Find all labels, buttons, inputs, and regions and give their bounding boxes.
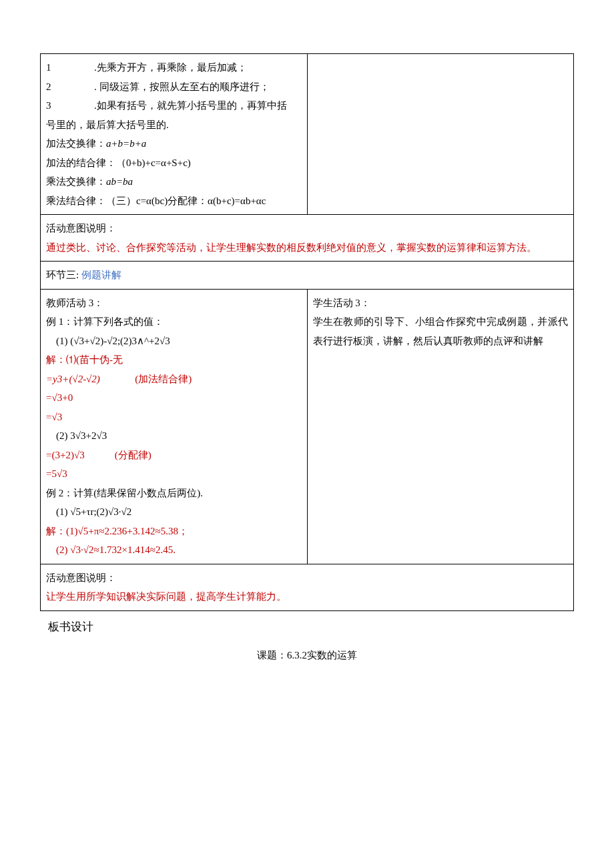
solution-line: 解：(1)√5+π≈2.236+3.142≈5.38； bbox=[46, 522, 302, 541]
stage-3-header: 环节三: 例题讲解 bbox=[41, 262, 574, 290]
lesson-table: 1 .先乘方开方，再乘除，最后加减； 2 . 同级运算，按照从左至右的顺序进行；… bbox=[40, 53, 574, 611]
law-line: 加法交换律：a+b=b+a bbox=[46, 138, 146, 149]
example-1-title: 例 1：计算下列各式的值： bbox=[46, 312, 302, 332]
activity-intent-2: 活动意图说明： 让学生用所学知识解决实际问题，提高学生计算能力。 bbox=[41, 564, 574, 610]
activity-intent-title: 活动意图说明： bbox=[46, 568, 568, 588]
solution-line: =√3 bbox=[46, 408, 302, 427]
example-2-title: 例 2：计算(结果保留小数点后两位). bbox=[46, 484, 302, 503]
student-body: 学生在教师的引导下、小组合作探究中完成例题，并派代表行进行板演，讲解，然后认真听… bbox=[313, 312, 569, 350]
student-activity-3: 学生活动 3： 学生在教师的引导下、小组合作探究中完成例题，并派代表行进行板演，… bbox=[307, 289, 574, 564]
solution-note: (分配律) bbox=[115, 450, 151, 460]
item-num: 1 bbox=[46, 58, 94, 77]
item-num: 2 bbox=[46, 77, 94, 97]
example-1-problems: (1) (√3+√2)-√2;(2)3∧^+2√3 bbox=[46, 332, 302, 351]
item3-continuation: 号里的，最后算大括号里的. bbox=[46, 115, 302, 135]
teacher-heading: 教师活动 3： bbox=[46, 294, 302, 313]
item-text: . 同级运算，按照从左至右的顺序进行； bbox=[94, 77, 302, 97]
stage-label: 环节三: bbox=[46, 270, 79, 280]
law-line: 乘法交换律：ab=ba bbox=[46, 176, 133, 187]
box1-right-empty bbox=[307, 54, 574, 215]
item-text: .如果有括号，就先算小括号里的，再算中括 bbox=[94, 96, 302, 115]
student-heading: 学生活动 3： bbox=[313, 294, 569, 313]
solution-line: =√3+0 bbox=[46, 388, 302, 408]
activity-intent-title: 活动意图说明： bbox=[46, 219, 568, 238]
solution-expr: =(3+2)√3 bbox=[46, 450, 85, 460]
example-1b: (2) 3√3+2√3 bbox=[46, 426, 302, 446]
law-line: 加法的结合律：（0+b)+c=α+S+c) bbox=[46, 153, 302, 173]
example-2-problems: (1) √5+τr;(2)√3·√2 bbox=[46, 502, 302, 522]
item-text: .先乘方开方，再乘除，最后加减； bbox=[94, 58, 302, 77]
solution-expr: =y3+(√2-√2) bbox=[46, 374, 100, 384]
activity-intent-1: 活动意图说明： 通过类比、讨论、合作探究等活动，让学生理解实数的相反数利绝对值的… bbox=[41, 215, 574, 262]
activity-intent-body: 让学生用所学知识解决实际问题，提高学生计算能力。 bbox=[46, 587, 568, 606]
solution-line: 解：⑴(苗十伪-无 bbox=[46, 350, 302, 370]
lesson-title: 课题：6.3.2实数的运算 bbox=[40, 646, 574, 665]
solution-line: (2) √3·√2≈1.732×1.414≈2.45. bbox=[46, 540, 302, 560]
item-num: 3 bbox=[46, 96, 94, 115]
solution-line: =(3+2)√3 (分配律) bbox=[46, 446, 302, 465]
law-line: 乘法结合律：（三）c=α(bc)分配律：α(b+c)=αb+αc bbox=[46, 191, 302, 211]
solution-line: =y3+(√2-√2) (加法结合律) bbox=[46, 370, 302, 389]
stage-title: 例题讲解 bbox=[81, 270, 121, 280]
box1-left: 1 .先乘方开方，再乘除，最后加减； 2 . 同级运算，按照从左至右的顺序进行；… bbox=[41, 54, 308, 215]
activity-intent-body: 通过类比、讨论、合作探究等活动，让学生理解实数的相反数利绝对值的意义，掌握实数的… bbox=[46, 238, 568, 258]
solution-note: (加法结合律) bbox=[135, 374, 192, 384]
teacher-activity-3: 教师活动 3： 例 1：计算下列各式的值： (1) (√3+√2)-√2;(2)… bbox=[41, 289, 308, 564]
board-design-heading: 板书设计 bbox=[40, 616, 574, 638]
solution-line: =5√3 bbox=[46, 464, 302, 484]
